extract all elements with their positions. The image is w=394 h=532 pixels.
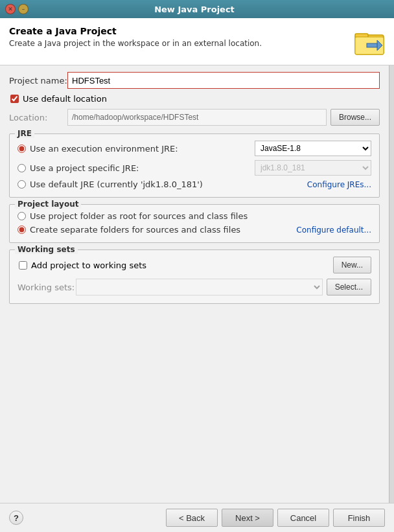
jre-section-title: JRE <box>15 129 34 138</box>
window-title: New Java Project <box>29 5 360 14</box>
titlebar: ✕ – New Java Project <box>0 0 394 18</box>
jre-option2-label: Use a project specific JRE: <box>30 163 249 173</box>
close-button[interactable]: ✕ <box>5 4 16 14</box>
location-label: Location: <box>9 113 67 122</box>
configure-jres-link[interactable]: Configure JREs... <box>307 180 371 189</box>
dialog-body: Project name: Use default location Locat… <box>0 65 389 503</box>
location-input[interactable] <box>67 109 327 126</box>
select-working-set-button[interactable]: Select... <box>327 279 371 295</box>
window-controls[interactable]: ✕ – <box>5 4 29 14</box>
new-working-set-button[interactable]: New... <box>333 257 371 273</box>
back-button[interactable]: < Back <box>166 509 218 527</box>
project-layout-section: Project layout Use project folder as roo… <box>9 204 380 243</box>
layout-option2-radio[interactable] <box>17 226 26 234</box>
jre-section: JRE Use an execution environment JRE: Ja… <box>9 133 380 198</box>
jre-option3-radio[interactable] <box>17 180 26 189</box>
jre-option1-label: Use an execution environment JRE: <box>30 144 249 154</box>
project-icon <box>354 26 385 57</box>
minimize-button[interactable]: – <box>18 4 29 14</box>
add-to-working-sets-row: Add project to working sets <box>19 260 329 270</box>
use-default-location-row: Use default location <box>10 94 380 104</box>
layout-option1-radio[interactable] <box>17 212 26 220</box>
layout-option2-row: Create separate folders for sources and … <box>17 225 371 235</box>
finish-button[interactable]: Finish <box>333 509 385 527</box>
browse-button[interactable]: Browse... <box>330 109 380 126</box>
dialog-body-container: Project name: Use default location Locat… <box>0 65 394 503</box>
jre-environment-dropdown[interactable]: JavaSE-1.8 <box>255 141 371 156</box>
layout-option1-label: Use project folder as root for sources a… <box>30 211 371 221</box>
scrollbar[interactable] <box>389 65 394 503</box>
location-row: Location: Browse... <box>9 109 380 126</box>
working-sets-input-row: Working sets: Select... <box>17 279 371 295</box>
jre-option1-row: Use an execution environment JRE: JavaSE… <box>17 141 371 156</box>
project-name-input[interactable] <box>67 72 380 89</box>
dialog-description: Create a Java project in the workspace o… <box>9 39 262 48</box>
jre-option2-radio[interactable] <box>17 164 26 172</box>
help-button[interactable]: ? <box>9 511 23 525</box>
jre-option3-label: Use default JRE (currently 'jdk1.8.0_181… <box>30 179 203 189</box>
layout-option1-row: Use project folder as root for sources a… <box>17 211 371 221</box>
use-default-location-label: Use default location <box>23 94 107 104</box>
use-default-location-checkbox[interactable] <box>10 95 19 103</box>
configure-default-link[interactable]: Configure default... <box>296 226 371 235</box>
working-sets-title: Working sets <box>15 245 78 254</box>
project-name-label: Project name: <box>9 76 67 86</box>
jre-option1-radio[interactable] <box>17 145 26 153</box>
working-sets-label: Working sets: <box>17 283 76 292</box>
layout-option2-label: Create separate folders for sources and … <box>30 225 291 235</box>
cancel-button[interactable]: Cancel <box>277 509 329 527</box>
project-layout-title: Project layout <box>15 200 81 209</box>
dialog: Create a Java Project Create a Java proj… <box>0 18 394 532</box>
dialog-header: Create a Java Project Create a Java proj… <box>0 18 394 65</box>
jre-option3-row: Use default JRE (currently 'jdk1.8.0_181… <box>17 179 371 189</box>
dialog-title: Create a Java Project <box>9 26 262 36</box>
add-to-working-sets-checkbox[interactable] <box>19 261 27 270</box>
project-name-row: Project name: <box>9 72 380 89</box>
jre-specific-dropdown[interactable]: jdk1.8.0_181 <box>255 160 371 176</box>
next-button[interactable]: Next > <box>222 509 273 527</box>
working-sets-dropdown[interactable] <box>76 279 323 295</box>
working-sets-section: Working sets Add project to working sets… <box>9 249 380 304</box>
add-to-working-sets-label: Add project to working sets <box>31 260 146 270</box>
svg-rect-4 <box>367 43 377 47</box>
button-bar: ? < Back Next > Cancel Finish <box>0 503 394 532</box>
jre-option2-row: Use a project specific JRE: jdk1.8.0_181 <box>17 160 371 176</box>
